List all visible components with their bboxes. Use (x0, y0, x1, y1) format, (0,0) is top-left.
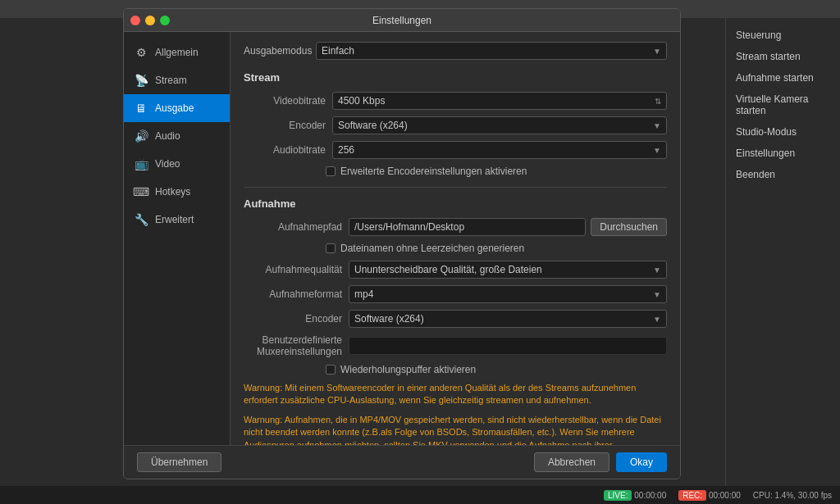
cancel-button[interactable]: Abbrechen (534, 452, 609, 472)
stream-section-header: Stream (244, 71, 667, 84)
tools-icon: 🔧 (134, 212, 148, 227)
aufnahme-encoder-label: Encoder (244, 313, 342, 325)
format-label: Aufnahmeformat (244, 288, 342, 300)
settings-dialog: Einstellungen ⚙ Allgemein 📡 Stream 🖥 Aus… (123, 8, 681, 479)
warning-2: Warnung: Aufnahmen, die in MP4/MOV gespe… (244, 414, 667, 445)
warning-1: Warnung: Mit einem Softwareencoder in ei… (244, 382, 667, 407)
rec-indicator: REC: 00:00:00 (678, 491, 741, 500)
obs-right-sidebar: Steuerung Stream starten Aufnahme starte… (725, 18, 840, 486)
keyboard-icon: ⌨ (134, 184, 148, 199)
muxer-row: Benutzerdefinierte Muxereinstellungen (244, 334, 667, 357)
output-mode-row: Ausgabemodus Einfach ▼ (244, 42, 667, 60)
live-indicator: LIVE: 00:00:00 (604, 491, 666, 500)
sidebar-right-aufnahme-starten[interactable]: Aufnahme starten (726, 67, 840, 89)
replay-row: Wiederholungspuffer aktivieren (244, 364, 667, 375)
quality-value: Ununterscheidbare Qualität, große Dateie… (354, 264, 542, 275)
dialog-title-bar: Einstellungen (124, 9, 680, 32)
sidebar-right-beenden[interactable]: Beenden (726, 164, 840, 185)
chevron-down-icon-5: ▼ (653, 290, 661, 299)
stream-icon: 📡 (134, 73, 148, 88)
minimize-window-button[interactable] (145, 16, 155, 25)
encoder-settings-checkbox[interactable] (326, 166, 336, 176)
replay-checkbox[interactable] (326, 365, 336, 375)
output-mode-value: Einfach (322, 45, 354, 57)
encoder-label: Encoder (244, 120, 326, 131)
sidebar-item-stream[interactable]: 📡 Stream (124, 66, 230, 94)
path-label: Aufnahmepfad (244, 221, 342, 233)
sidebar-label-stream: Stream (155, 75, 187, 86)
sidebar-right-virtuelle-kamera[interactable]: Virtuelle Kamera starten (726, 89, 840, 121)
filename-checkbox[interactable] (326, 243, 336, 253)
quality-label: Aufnahmequalität (244, 264, 342, 275)
obs-status-bar: LIVE: 00:00:00 REC: 00:00:00 CPU: 1.4%, … (0, 486, 840, 504)
sidebar-item-video[interactable]: 📺 Video (124, 150, 230, 178)
sidebar-label-erweitert: Erweitert (155, 214, 194, 225)
sidebar-right-stream-starten[interactable]: Stream starten (726, 46, 840, 67)
sidebar-label-video: Video (155, 158, 180, 170)
audiobitrate-label: Audiobitrate (244, 144, 326, 156)
sidebar-right-einstellungen[interactable]: Einstellungen (726, 143, 840, 164)
section-divider (244, 187, 667, 188)
maximize-window-button[interactable] (160, 16, 170, 25)
close-window-button[interactable] (130, 16, 140, 25)
audiobitrate-value: 256 (338, 144, 354, 156)
monitor-icon: 🖥 (134, 101, 148, 116)
path-input[interactable] (349, 218, 586, 236)
browse-button[interactable]: Durchsuchen (591, 218, 667, 236)
muxer-label: Benutzerdefinierte Muxereinstellungen (244, 334, 342, 357)
path-input-row: Durchsuchen (349, 218, 667, 236)
path-row: Aufnahmepfad Durchsuchen (244, 218, 667, 236)
chevron-down-icon-6: ▼ (653, 315, 661, 324)
chevron-down-icon: ▼ (653, 47, 661, 56)
aufnahme-encoder-row: Encoder Software (x264) ▼ (244, 310, 667, 328)
chevron-up-down-icon: ⇅ (655, 97, 661, 106)
sidebar-item-audio[interactable]: 🔊 Audio (124, 122, 230, 150)
cpu-indicator: CPU: 1.4%, 30.00 fps (753, 491, 832, 500)
settings-content: Ausgabemodus Einfach ▼ Stream Videobitra… (231, 32, 680, 445)
encoder-row: Encoder Software (x264) ▼ (244, 116, 667, 134)
sidebar-right-steuerung[interactable]: Steuerung (726, 25, 840, 46)
format-row: Aufnahmeformat mp4 ▼ (244, 285, 667, 303)
dialog-footer: Übernehmen Abbrechen Okay (124, 445, 680, 479)
replay-label: Wiederholungspuffer aktivieren (340, 364, 476, 375)
audiobitrate-select[interactable]: 256 ▼ (332, 141, 667, 159)
quality-row: Aufnahmequalität Ununterscheidbare Quali… (244, 261, 667, 279)
video-icon: 📺 (134, 157, 148, 171)
encoder-settings-label: Erweiterte Encodereinstellungen aktivier… (340, 166, 527, 177)
videobitrate-value: 4500 Kbps (338, 95, 385, 107)
chevron-down-icon-3: ▼ (653, 146, 661, 155)
aufnahme-section-header: Aufnahme (244, 198, 667, 210)
videobitrate-label: Videobitrate (244, 95, 326, 107)
sidebar-item-ausgabe[interactable]: 🖥 Ausgabe (124, 94, 230, 122)
sidebar-label-audio: Audio (155, 130, 180, 142)
sidebar-right-studio-modus[interactable]: Studio-Modus (726, 121, 840, 143)
filename-row: Dateinamen ohne Leerzeichen generieren (244, 243, 667, 254)
sidebar-item-allgemein[interactable]: ⚙ Allgemein (124, 39, 230, 66)
sidebar-item-erweitert[interactable]: 🔧 Erweitert (124, 206, 230, 234)
ok-button[interactable]: Okay (616, 452, 667, 472)
sidebar-label-hotkeys: Hotkeys (155, 186, 190, 198)
videobitrate-select[interactable]: 4500 Kbps ⇅ (332, 92, 667, 110)
output-mode-label: Ausgabemodus (244, 45, 309, 57)
audiobitrate-row: Audiobitrate 256 ▼ (244, 141, 667, 159)
encoder-select[interactable]: Software (x264) ▼ (332, 116, 667, 134)
accept-button[interactable]: Übernehmen (137, 452, 221, 472)
window-controls (130, 16, 170, 25)
quality-select[interactable]: Ununterscheidbare Qualität, große Dateie… (349, 261, 667, 279)
muxer-input[interactable] (349, 337, 667, 355)
encoder-value: Software (x264) (338, 120, 408, 131)
gear-icon: ⚙ (134, 45, 148, 60)
settings-sidebar: ⚙ Allgemein 📡 Stream 🖥 Ausgabe 🔊 Audio 📺… (124, 32, 231, 445)
format-select[interactable]: mp4 ▼ (349, 285, 667, 303)
videobitrate-row: Videobitrate 4500 Kbps ⇅ (244, 92, 667, 110)
filename-label: Dateinamen ohne Leerzeichen generieren (340, 243, 524, 254)
encoder-settings-row: Erweiterte Encodereinstellungen aktivier… (244, 166, 667, 177)
format-value: mp4 (354, 288, 373, 300)
dialog-title: Einstellungen (372, 15, 431, 26)
aufnahme-encoder-value: Software (x264) (354, 313, 424, 325)
output-mode-select[interactable]: Einfach ▼ (316, 42, 667, 60)
sidebar-item-hotkeys[interactable]: ⌨ Hotkeys (124, 178, 230, 206)
chevron-down-icon-4: ▼ (653, 266, 661, 275)
aufnahme-encoder-select[interactable]: Software (x264) ▼ (349, 310, 667, 328)
chevron-down-icon-2: ▼ (653, 121, 661, 130)
